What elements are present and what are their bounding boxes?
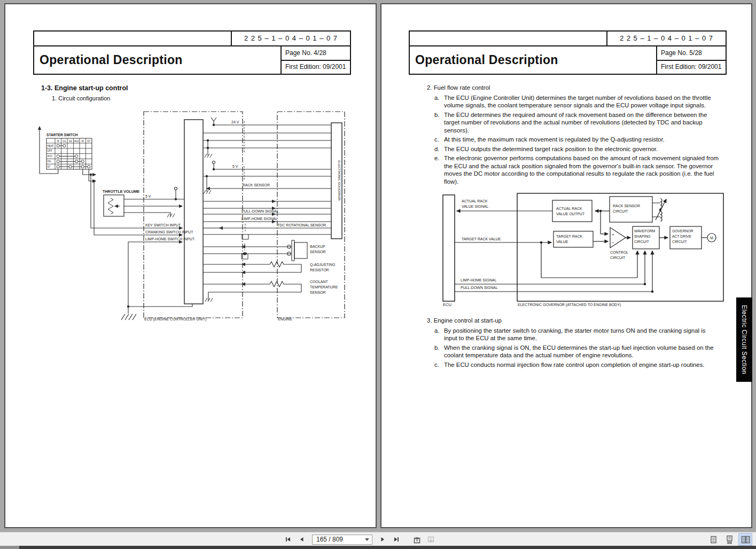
actual-rack-signal-label: ACTUAL RACK (462, 199, 488, 203)
svg-text:M: M (82, 140, 84, 143)
previous-view-icon (412, 535, 422, 544)
list-item: e.The electronic governor performs compu… (427, 154, 720, 185)
continuous-scroll-icon (725, 535, 734, 544)
list-item: d.The ECU outputs the determined target … (427, 145, 720, 153)
previous-page-button[interactable] (296, 534, 308, 545)
section-3-title: 3. Engine control at start-up (427, 317, 720, 325)
next-page-button[interactable] (377, 534, 388, 545)
coolant-sensor-label: COOLANT (310, 280, 329, 284)
actual-rack-output-label: ACTUAL RACK (556, 207, 582, 210)
ecu-caption: ECU (ENGINE CONTROLLER UNIT) (144, 317, 206, 321)
header-table: 2 2 5 – 1 – 0 4 – 0 1 – 0 7 Operational … (33, 30, 351, 75)
actual-rack-output-block (552, 200, 592, 222)
page-title: Operational Description (410, 46, 657, 74)
engine-startup-circuit-diagram: STARTER SWITCH B G1 G2 ACC M ST HEAT OFF… (36, 111, 348, 321)
right-page: 2 2 5 – 1 – 0 4 – 0 1 – 0 7 Operational … (380, 3, 752, 528)
svg-text:VALUE OUTPUT: VALUE OUTPUT (556, 212, 585, 216)
rack-sensor-label: RACK SENSOR (243, 183, 270, 187)
key-switch-input-label: KEY SWITCH INPUT (145, 223, 181, 227)
24v-label: 24 V (231, 120, 239, 124)
limp-home-signal-label: LIMP-HOME SIGNAL (461, 278, 496, 282)
pdf-viewer: 2 2 5 – 1 – 0 4 – 0 1 – 0 7 Operational … (0, 0, 756, 549)
svg-text:OFF: OFF (48, 150, 52, 152)
starter-switch-label: STARTER SWITCH (46, 133, 78, 137)
block-diagram-labels: ACTUAL RACK VALUE SIGNAL TARGET RACK VAL… (443, 199, 713, 307)
cranking-switch-input-label: CRANKING SWITCH INPUT (145, 230, 193, 234)
block-diagram-graphics (443, 193, 723, 301)
minus-sign: − (612, 240, 614, 245)
page-number-label: Page No. 4/28 (282, 46, 350, 61)
5v-label: 5 V (232, 164, 238, 168)
governor-act-drive-label: GOVERNOR (672, 229, 693, 233)
governor-caption: ELECTRONIC GOVERNOR (ATTACHED TO ENGINE … (518, 303, 621, 307)
svg-text:VALUE SIGNAL: VALUE SIGNAL (462, 205, 488, 208)
doc-number: 2 2 5 – 1 – 0 4 – 0 1 – 0 7 (607, 32, 726, 45)
page-title: Operational Description (34, 46, 282, 74)
svg-text:G2: G2 (69, 140, 73, 143)
svg-text:ST: ST (87, 140, 90, 143)
electronic-governor-label: ELECTRONIC GOVERNOR (338, 160, 341, 201)
section-tab-electric-circuit: Electric Circuit Section (736, 297, 752, 382)
limp-home-label: LIMP-HOME SIGNAL (241, 217, 277, 221)
next-page-icon (381, 537, 385, 542)
list-item: a.By positioning the starter switch to c… (427, 327, 720, 342)
svg-text:G1: G1 (63, 140, 66, 143)
section-2: 2. Fuel flow rate control a.The ECU (Eng… (427, 84, 720, 187)
page-number-label: Page No. 5/28 (657, 46, 726, 61)
continuous-view-button[interactable] (723, 534, 736, 545)
svg-text:TEMPERATURE: TEMPERATURE (310, 285, 338, 289)
svg-text:ST: ST (48, 166, 51, 168)
svg-text:ACC: ACC (48, 155, 53, 158)
engine-caption: ENGINE (278, 317, 292, 321)
svg-text:CIRCUIT: CIRCUIT (610, 256, 626, 260)
header-empty-cell (410, 32, 607, 45)
throttle-volume-label: THROTTLE VOLUME (103, 190, 140, 193)
diagram-graphics (40, 112, 345, 320)
page-number-combobox[interactable]: 165 / 809 (312, 535, 372, 545)
list-item: b.When the cranking signal is ON, the EC… (427, 344, 720, 359)
doc-number: 2 2 5 – 1 – 0 4 – 0 1 – 0 7 (232, 32, 350, 45)
q-adjusting-label: Q-ADJUSTING (310, 263, 335, 267)
svg-text:CIRCUIT: CIRCUIT (634, 240, 649, 244)
last-page-icon (394, 537, 398, 542)
previous-view-button[interactable] (411, 534, 423, 545)
next-view-button[interactable] (425, 534, 437, 545)
svg-text:RESISTOR: RESISTOR (310, 268, 329, 272)
edition-label: First Edition: 09/2001 (657, 61, 726, 74)
single-page-icon (709, 535, 718, 544)
single-page-view-button[interactable] (707, 534, 720, 545)
throttle-volume-box (104, 195, 124, 216)
pull-down-signal-label: PULL-DOWN SIGNAL (461, 286, 498, 289)
plus-sign: + (612, 232, 614, 237)
svg-text:CIRCUIT: CIRCUIT (672, 240, 687, 244)
svg-text:HEAT: HEAT (48, 145, 54, 147)
section-2-title: 2. Fuel flow rate control (427, 84, 720, 92)
list-item: c.At this time, the maximum rack movemen… (427, 136, 720, 144)
bottom-status-bar (0, 546, 756, 549)
svg-text:B: B (57, 140, 59, 143)
previous-page-icon (300, 537, 303, 542)
last-page-button[interactable] (391, 534, 402, 545)
svg-text:VALUE: VALUE (556, 240, 568, 244)
list-item: a.The ECU (Engine Controller Unit) deter… (427, 94, 720, 109)
page-navigation: 165 / 809 (282, 532, 437, 546)
list-item: b.The ECU determines the required amount… (427, 111, 720, 135)
target-rack-value-block (554, 231, 593, 247)
svg-text:SENSOR: SENSOR (310, 250, 326, 254)
two-page-spread-icon (741, 535, 751, 544)
ecu-block-label: ECU (443, 302, 451, 307)
list-item: c.The ECU conducts normal injection flow… (427, 361, 720, 369)
target-rack-value-label: TARGET RACK VALUE (462, 237, 501, 241)
ecu-box (184, 120, 203, 304)
bottom-bar-corner (0, 546, 19, 549)
chevron-down-icon (365, 538, 369, 541)
edition-label: First Edition: 09/2001 (282, 61, 350, 74)
two-page-view-button[interactable] (739, 534, 752, 545)
svg-text:CIRCUIT: CIRCUIT (613, 209, 628, 213)
header-table: 2 2 5 – 1 – 0 4 – 0 1 – 0 7 Operational … (409, 30, 727, 75)
subsection-heading: 1. Circuit configuration (52, 95, 110, 101)
section-heading: 1-3. Engine start-up control (41, 84, 128, 92)
svg-text:ACT DRIVE: ACT DRIVE (672, 234, 692, 238)
motor-label: M (710, 236, 713, 240)
first-page-button[interactable] (282, 534, 294, 545)
